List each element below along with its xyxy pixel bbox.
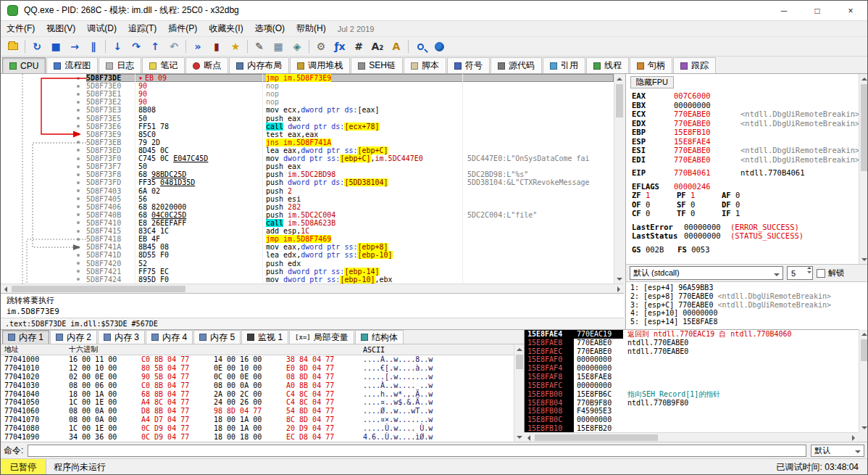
disasm-row[interactable]: 5D8F73E6FF51 78call dword ptr ds:[ecx+78…: [1, 123, 614, 131]
breakpoint-gutter[interactable]: [1, 82, 86, 90]
disasm-row[interactable]: 5D8F73EB79 2Djns im.5D8F741A: [1, 139, 614, 146]
disasm-row[interactable]: 5D8F742052push edx: [1, 260, 614, 268]
dump-row[interactable]: 7704101012 00 10 0080 5B 04 770E 00 10 0…: [1, 364, 514, 373]
menu-item[interactable]: 帮助(H): [291, 21, 332, 36]
tab-symbols[interactable]: 符号: [447, 57, 490, 73]
dump-row[interactable]: 7704109034 00 36 000C D9 04 7718 00 18 0…: [1, 433, 514, 442]
scroll-down-icon[interactable]: [861, 258, 867, 264]
argument-row[interactable]: 5: [esp+14] 15E8FAE8: [630, 318, 864, 326]
stack-row[interactable]: 15E8FAF815E8FAE8: [525, 373, 859, 381]
disasm-row[interactable]: 5D8F73E550push eax: [1, 115, 614, 123]
breakpoint-gutter[interactable]: [1, 170, 86, 178]
tab-call-stack[interactable]: 调用堆栈: [290, 57, 350, 73]
unlock-checkbox[interactable]: [817, 269, 825, 278]
disasm-row[interactable]: 5D8F73F0C745 0C E047C45Dmov dword ptr ss…: [1, 154, 614, 162]
stack-row[interactable]: 15E8FB08F45905E3: [525, 407, 859, 416]
flag-af[interactable]: AF 0: [722, 191, 767, 200]
step-back-button[interactable]: ↶: [164, 38, 183, 55]
tab-memory-map[interactable]: 内存布局: [229, 57, 289, 73]
disasm-row[interactable]: 5D8F73ED8D45 0Clea eax,dword ptr ss:[ebp…: [1, 146, 614, 154]
breakpoint-gutter[interactable]: [1, 251, 86, 259]
disasm-row[interactable]: 5D8F73E090nop: [1, 82, 614, 90]
registers-vscroll-thumb[interactable]: [861, 84, 868, 171]
disasm-row[interactable]: 5D8F73E38B08mov ecx,dword ptr ds:[eax]: [1, 106, 614, 114]
flag-if[interactable]: IF 1: [722, 209, 767, 218]
register-edx[interactable]: EDX770EABE0<ntdll.DbgUiRemoteBreakin>: [632, 119, 857, 128]
scroll-left-icon[interactable]: [525, 435, 530, 441]
tab-dump-3[interactable]: 内存 3: [98, 330, 145, 344]
tab-seh[interactable]: SEH链: [351, 57, 403, 73]
stack-row[interactable]: 15E8FAEC770EABE0ntdll.770EABE0: [525, 347, 859, 356]
scroll-up-icon[interactable]: [517, 345, 522, 351]
registers-vscrollbar[interactable]: [859, 74, 868, 264]
minimize-button[interactable]: ─: [767, 1, 801, 20]
tab-dump-1[interactable]: 内存 1: [2, 330, 49, 344]
scroll-down-icon[interactable]: [517, 436, 522, 442]
tab-locals[interactable]: [x=]局部变量: [289, 330, 354, 344]
argument-row[interactable]: 4: [esp+10] 00000000: [630, 309, 864, 318]
register-edi[interactable]: EDI770EABE0<ntdll.DbgUiRemoteBreakin>: [632, 155, 857, 165]
memory-map-button[interactable]: ▦: [269, 38, 288, 55]
breakpoint-gutter[interactable]: [1, 268, 86, 276]
register-ebp[interactable]: EBP15E8FB10: [632, 128, 857, 137]
disasm-vscroll-thumb[interactable]: [616, 84, 623, 117]
disasm-hscrollbar[interactable]: [1, 284, 624, 293]
scroll-down-icon[interactable]: [861, 426, 867, 432]
disasm-row[interactable]: 5D8F7421FF75 ECpush dword ptr ss:[ebp-14…: [1, 268, 614, 276]
command-input[interactable]: [28, 445, 806, 457]
dump-row[interactable]: 7704103008 00 06 00C0 8B 04 7708 00 0A 0…: [1, 381, 514, 390]
argument-row[interactable]: 2: [esp+8] 770EABE0 <ntdll.DbgUiRemoteBr…: [630, 292, 864, 301]
favourites-button[interactable]: ★: [226, 38, 245, 55]
disasm-row[interactable]: 5D8F73E985C0test eax,eax: [1, 131, 614, 139]
breakpoint-gutter[interactable]: [1, 154, 86, 162]
scroll-up-icon[interactable]: [861, 330, 867, 336]
tab-dump-4[interactable]: 内存 4: [146, 330, 193, 344]
dump-row[interactable]: 7704104018 00 1A 0068 8B 04 772A 00 2C 0…: [1, 390, 514, 399]
trace-button[interactable]: »: [188, 38, 207, 55]
menu-item[interactable]: 收藏夹(I): [203, 21, 249, 36]
menu-item[interactable]: 文件(F): [1, 21, 41, 36]
disasm-row[interactable]: 5D8F74036A 02push 2: [1, 187, 614, 195]
dump-row[interactable]: 7704100016 00 11 00C0 8B 04 7714 00 16 0…: [1, 355, 514, 364]
register-esi[interactable]: ESI770EABE0<ntdll.DbgUiRemoteBreakin>: [632, 146, 857, 155]
disasm-row[interactable]: 5D8F740556push esi: [1, 195, 614, 203]
restart-button[interactable]: ↻: [28, 38, 46, 55]
disasm-row[interactable]: 5D8F73F750push eax: [1, 162, 614, 170]
patch-button[interactable]: ▮: [207, 38, 226, 55]
hash-button[interactable]: #: [349, 38, 368, 55]
stack-vscroll-thumb[interactable]: [861, 339, 868, 361]
scroll-left-icon[interactable]: [1, 286, 7, 292]
register-ecx[interactable]: ECX770EABE0<ntdll.DbgUiRemoteBreakin>: [632, 110, 857, 119]
register-ebx[interactable]: EBX00000000: [632, 101, 857, 110]
register-eip[interactable]: EIP770B4061ntdll.770B4061: [632, 168, 857, 178]
dump-row[interactable]: 7704107008 00 0A 00A4 D7 04 7718 00 1A 0…: [1, 416, 514, 424]
stack-row[interactable]: 15E8FB04770B9F80ntdll.770B9F80: [525, 399, 859, 408]
breakpoint-gutter[interactable]: [1, 90, 86, 98]
breakpoint-gutter[interactable]: [1, 219, 86, 227]
register-laststatus[interactable]: LastStatus00000000(STATUS_SUCCESS): [632, 231, 857, 241]
disasm-row[interactable]: 5D8F741A8B45 08mov eax,dword ptr ss:[ebp…: [1, 243, 614, 251]
tab-graph[interactable]: 流程图: [46, 57, 98, 73]
disasm-row[interactable]: 5D8F73FDFF35 0481D35Dpush dword ptr ds:[…: [1, 178, 614, 186]
search-button[interactable]: [411, 38, 430, 55]
help-button[interactable]: [430, 38, 448, 55]
disasm-row[interactable]: 5D8F73DE▾EB 09jmp im.5D8F73E9: [1, 74, 614, 82]
argument-count-spinner[interactable]: 5: [787, 266, 813, 280]
disasm-row[interactable]: 5D8F740668 82020000push 282: [1, 203, 614, 211]
tab-dump-5[interactable]: 内存 5: [193, 330, 241, 344]
tab-watch-1[interactable]: 监视 1: [241, 330, 288, 344]
register-lasterror[interactable]: LastError00000000(ERROR_SUCCESS): [632, 223, 857, 232]
comment-button[interactable]: ✎: [250, 38, 269, 55]
breakpoint-gutter[interactable]: [1, 123, 86, 131]
disasm-row[interactable]: 5D8F741583C4 1Cadd esp,1C: [1, 227, 614, 235]
flag-sf[interactable]: SF 0: [677, 200, 722, 210]
breakpoint-gutter[interactable]: [1, 187, 86, 195]
tab-handles[interactable]: 句柄: [630, 57, 672, 73]
breakpoint-gutter[interactable]: [1, 260, 86, 268]
register-eax[interactable]: EAX007C6000: [632, 91, 857, 101]
step-into-button[interactable]: ↓: [108, 38, 127, 55]
scroll-down-icon[interactable]: [617, 278, 622, 284]
breakpoint-gutter[interactable]: [1, 139, 86, 146]
maximize-button[interactable]: □: [801, 1, 834, 20]
breakpoint-gutter[interactable]: [1, 276, 86, 284]
